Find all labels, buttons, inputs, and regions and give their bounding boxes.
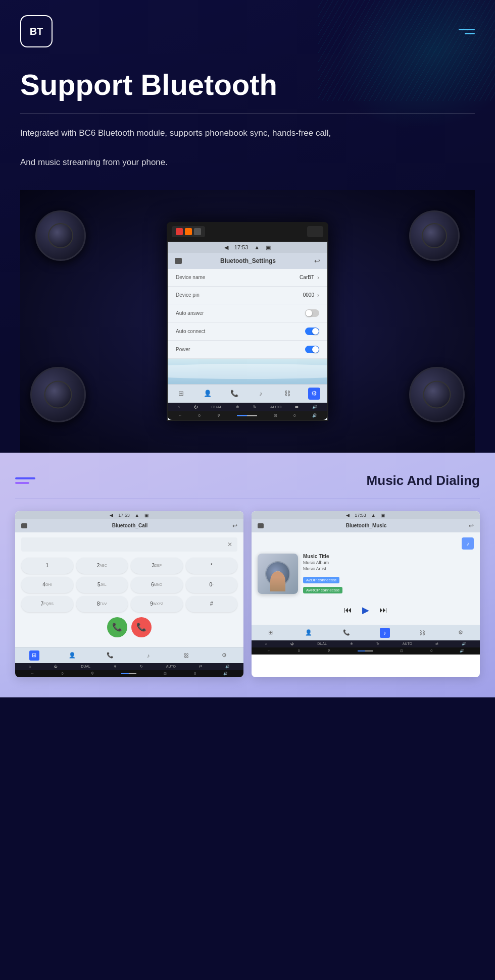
climate-vol: 🔊 — [312, 405, 317, 409]
hu-btn-right — [307, 226, 323, 237]
call-time: 17:53 — [118, 513, 130, 518]
nav-settings-icon[interactable]: ⚙ — [308, 388, 320, 400]
mb-zero2: 0 — [430, 649, 432, 652]
music-home-icon[interactable] — [258, 523, 264, 528]
cc-auto: AUTO — [166, 665, 176, 668]
music-time: 17:53 — [355, 513, 366, 518]
bottom-zero2: 0 — [293, 413, 295, 418]
music-title: Bluetooth_Music — [346, 523, 387, 528]
settings-item-device-pin[interactable]: Device pin 0000 › — [168, 287, 327, 304]
mb-vol: 🔊 — [460, 649, 464, 653]
music-bottom-bar: ← 0 🎙 ⊡ 0 🔊 — [252, 647, 480, 655]
dial-7[interactable]: 7PQRS — [21, 596, 73, 612]
label-device-pin: Device pin — [176, 292, 200, 298]
dial-6[interactable]: 6MNO — [131, 577, 183, 593]
badge-a2dp: A2DP connected — [303, 577, 339, 583]
settings-item-power[interactable]: Power — [168, 341, 327, 359]
call-nav-music[interactable]: ♪ — [143, 650, 154, 661]
music-note-icon: ♪ — [462, 537, 474, 550]
music-nav-phone[interactable]: 📞 — [341, 628, 352, 638]
call-title: Bluetooth_Call — [112, 523, 148, 528]
dial-9[interactable]: 9WXYZ — [131, 596, 183, 612]
call-home-icon[interactable] — [21, 523, 27, 528]
music-back-icon[interactable]: ↩ — [469, 522, 474, 529]
bottom-mic: 🎙 — [217, 413, 221, 418]
dial-8[interactable]: 8TUV — [76, 596, 128, 612]
music-track-album: Music Album — [303, 560, 474, 565]
nav-link-icon[interactable]: ⛓ — [281, 388, 293, 400]
mc-power: ⏻ — [290, 642, 294, 645]
hero-divider — [20, 114, 475, 114]
hamburger-menu-button[interactable] — [459, 29, 475, 34]
dial-hash[interactable]: # — [186, 596, 238, 612]
call-screen-container: ◀ 17:53 ▲ ▣ Bluetooth_Call ↩ ✕ 1 2ABC 3D… — [15, 511, 243, 677]
call-back-icon[interactable]: ↩ — [232, 522, 237, 529]
label-auto-answer: Auto answer — [176, 310, 204, 316]
call-nav-link[interactable]: ⛓ — [181, 650, 191, 661]
signal-icon: ▲ — [254, 244, 260, 250]
settings-item-device-name[interactable]: Device name CarBT › — [168, 269, 327, 287]
toggle-power[interactable] — [305, 346, 319, 353]
settings-list: Device name CarBT › Device pin 0000 › — [168, 269, 327, 359]
nav-grid-icon[interactable]: ⊞ — [175, 388, 187, 400]
music-nav-link[interactable]: ⛓ — [418, 628, 428, 638]
back-icon[interactable]: ↩ — [314, 257, 320, 265]
label-power: Power — [176, 347, 190, 352]
music-nav-music[interactable]: ♪ — [380, 628, 390, 638]
bt-logo: BT — [20, 15, 53, 47]
music-nav-grid[interactable]: ⊞ — [266, 628, 276, 638]
home-icon[interactable] — [175, 258, 182, 264]
nav-music-icon[interactable]: ♪ — [255, 388, 267, 400]
screen-climate-bar: ⌂ ⏻ DUAL ❄ ↻ AUTO ⇄ 🔊 — [168, 403, 327, 411]
music-controls: ⏮ ▶ ⏭ — [258, 601, 474, 620]
dial-2[interactable]: 2ABC — [76, 558, 128, 574]
cc-fan: ↻ — [140, 665, 143, 669]
cc-power: ⏻ — [54, 665, 58, 668]
hero-section: BT Support Bluetooth Integrated with BC6… — [0, 0, 495, 453]
next-track-button[interactable]: ⏭ — [379, 606, 387, 615]
cb-progress — [121, 673, 136, 674]
dial-5[interactable]: 5JKL — [76, 577, 128, 593]
dial-star[interactable]: * — [186, 558, 238, 574]
nav-phone-icon[interactable]: 📞 — [228, 388, 240, 400]
call-nav-phone[interactable]: 📞 — [105, 650, 115, 661]
play-button[interactable]: ▶ — [362, 605, 369, 616]
call-nav-person[interactable]: 👤 — [67, 650, 77, 661]
dial-4[interactable]: 4GHI — [21, 577, 73, 593]
label-device-name: Device name — [176, 275, 205, 280]
toggle-auto-answer[interactable] — [305, 309, 319, 317]
call-navbar: ⊞ 👤 📞 ♪ ⛓ ⚙ — [15, 647, 243, 663]
call-hangup-button[interactable]: 📞 — [131, 617, 152, 637]
call-answer-button[interactable]: 📞 — [107, 617, 127, 637]
dial-0[interactable]: 0· — [186, 577, 238, 593]
decorative-lines — [15, 477, 35, 484]
mc-auto: AUTO — [403, 642, 412, 645]
music-section-title: Music And Dialing — [367, 473, 480, 488]
music-divider — [15, 499, 480, 499]
bottom-progress — [237, 415, 257, 416]
cc-home: ⌂ — [29, 665, 31, 668]
settings-item-auto-answer[interactable]: Auto answer — [168, 304, 327, 322]
dial-1[interactable]: 1 — [21, 558, 73, 574]
nav-person-icon[interactable]: 👤 — [202, 388, 214, 400]
call-statusbar: ◀ 17:53 ▲ ▣ — [15, 511, 243, 519]
hero-description: Integrated with BC6 Bluetooth module, su… — [20, 126, 475, 170]
music-badges: A2DP connected AVRCP connected — [303, 574, 474, 594]
value-device-name: CarBT — [300, 275, 314, 280]
screen-title: Bluetooth_Settings — [220, 257, 276, 264]
bottom-zero: 0 — [198, 413, 200, 418]
call-nav-settings[interactable]: ⚙ — [219, 650, 229, 661]
prev-track-button[interactable]: ⏮ — [344, 606, 352, 615]
settings-item-auto-connect[interactable]: Auto connect — [168, 322, 327, 341]
call-clear-icon[interactable]: ✕ — [227, 541, 232, 548]
climate-auto: AUTO — [270, 405, 281, 409]
music-nav-person[interactable]: 👤 — [304, 628, 314, 638]
music-section: Music And Dialing ◀ 17:53 ▲ ▣ Bluetooth_… — [0, 453, 495, 697]
dial-3[interactable]: 3DEF — [131, 558, 183, 574]
line-purple — [15, 482, 29, 484]
toggle-auto-connect[interactable] — [305, 328, 319, 335]
mc-fan: ↻ — [376, 642, 379, 646]
call-nav-grid[interactable]: ⊞ — [29, 650, 39, 661]
mc-home: ⌂ — [265, 642, 267, 645]
music-nav-settings[interactable]: ⚙ — [456, 628, 466, 638]
